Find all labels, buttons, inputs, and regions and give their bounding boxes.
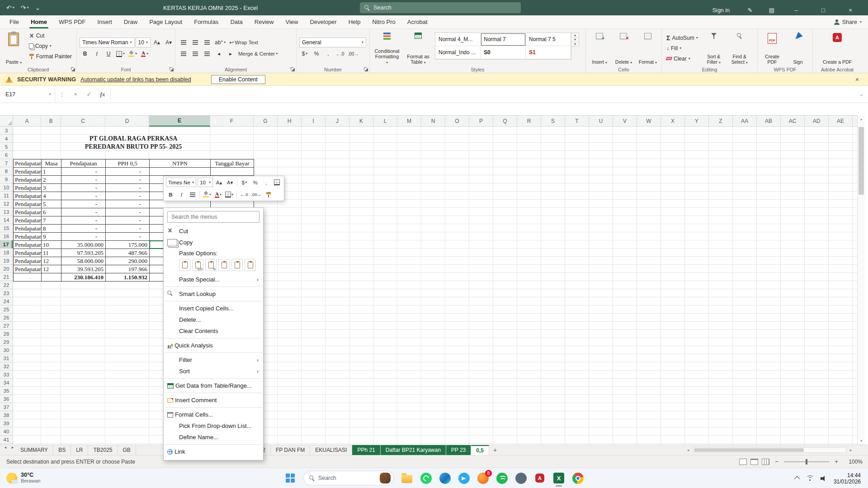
zoom-in-button[interactable]: + <box>833 458 840 465</box>
row-header-35[interactable]: 35 <box>0 387 13 395</box>
menu-item-clear-contents[interactable]: Clear Contents <box>164 325 263 337</box>
row-header-14[interactable]: 14 <box>0 216 13 224</box>
zoom-level[interactable]: 100% <box>844 459 863 465</box>
cell-b9[interactable]: 2 <box>42 176 61 184</box>
col-header-ab[interactable]: AB <box>757 116 781 127</box>
delete-cells-button[interactable]: Delete ▾ <box>613 31 634 66</box>
ribbon-tab-formulas[interactable]: Formulas <box>188 15 224 28</box>
format-as-table-button[interactable]: Format as Table ▾ <box>404 31 433 66</box>
menu-item-get-data-from-table-range[interactable]: Get Data from Table/Range... <box>164 380 263 391</box>
menu-paste-formatting-icon[interactable] <box>231 259 243 271</box>
row-header-19[interactable]: 19 <box>0 257 13 265</box>
name-box[interactable]: E17 <box>0 86 45 103</box>
row-header-18[interactable]: 18 <box>0 249 13 257</box>
customize-quick-access-button[interactable]: ⌄ <box>35 4 41 11</box>
menu-item-paste-special[interactable]: Paste Special...› <box>164 274 263 285</box>
mini-decrease-font-button[interactable]: A▾ <box>225 178 235 187</box>
tray-chevron-icon[interactable] <box>794 476 800 482</box>
styles-gallery-down-button[interactable]: ▾ <box>571 37 579 42</box>
cell-d9[interactable]: - <box>106 176 150 184</box>
row-header-26[interactable]: 26 <box>0 314 13 322</box>
security-bar-close-icon[interactable]: × <box>852 76 863 83</box>
col-header-l[interactable]: L <box>373 116 397 127</box>
ribbon-tab-home[interactable]: Home <box>25 15 53 28</box>
row-header-7[interactable]: 7 <box>0 159 13 167</box>
top-align-button[interactable] <box>178 38 189 47</box>
row-header-21[interactable]: 21 <box>0 273 13 281</box>
cell-a16[interactable]: Pendapatan <box>14 233 42 241</box>
col-header-aa[interactable]: AA <box>733 116 757 127</box>
cell-c11[interactable]: - <box>61 192 106 200</box>
menu-paste-link-icon[interactable] <box>245 259 256 271</box>
format-painter-button[interactable]: Format Painter <box>27 52 74 61</box>
row-header-27[interactable]: 27 <box>0 322 13 330</box>
col-header-q[interactable]: Q <box>493 116 517 127</box>
row-header-39[interactable]: 39 <box>0 419 13 427</box>
share-button[interactable]: Share ▾ <box>834 15 862 29</box>
cell-style-normal-7[interactable]: Normal 7 <box>481 33 526 46</box>
cell-c12[interactable]: - <box>61 200 106 208</box>
insert-function-icon[interactable]: fx <box>96 86 109 103</box>
underline-button[interactable]: U <box>103 49 114 59</box>
orientation-button[interactable]: ab°▾ <box>213 38 227 47</box>
horizontal-scrollbar[interactable]: ◂ ▸ <box>684 446 854 454</box>
cell-f8[interactable] <box>211 168 254 176</box>
cell-b8[interactable]: 1 <box>42 168 61 176</box>
cell-c19[interactable]: 58.000.000 <box>61 257 106 265</box>
cell-b19[interactable]: 12 <box>42 257 61 265</box>
bottom-align-button[interactable] <box>202 38 212 47</box>
mini-percent-button[interactable]: % <box>250 178 260 187</box>
mini-accounting-format-button[interactable]: $▾ <box>240 178 249 187</box>
scroll-down-icon[interactable]: ▾ <box>858 437 865 445</box>
menu-item-insert-copied-cells[interactable]: Insert Copied Cells... <box>164 303 263 314</box>
taskbar-blue-app-icon[interactable] <box>458 472 470 484</box>
ribbon-tab-file[interactable]: File <box>4 15 25 28</box>
cell-style-s1[interactable]: S1 <box>526 46 571 59</box>
row-header-16[interactable]: 16 <box>0 232 13 240</box>
col-header-c[interactable]: C <box>61 116 105 127</box>
borders-button[interactable]: ▾ <box>115 49 126 59</box>
cut-button[interactable]: Cut <box>27 31 74 41</box>
conditional-formatting-button[interactable]: Conditional Formatting ▾ <box>373 31 401 66</box>
sheet-tab-ekualisasi[interactable]: EKUALISASI <box>310 445 352 455</box>
wifi-icon[interactable] <box>806 475 814 481</box>
align-right-button[interactable] <box>202 49 212 59</box>
menu-item-quick-analysis[interactable]: Quick Analysis <box>164 340 263 351</box>
create-pdf-button[interactable]: PDFCreate PDF <box>760 31 784 66</box>
cell-b11[interactable]: 4 <box>42 192 61 200</box>
menu-item-insert-comment[interactable]: Insert Comment <box>164 394 263 406</box>
name-box-dropdown-icon[interactable]: ▾ <box>45 86 55 103</box>
col-header-m[interactable]: M <box>397 116 421 127</box>
row-header-33[interactable]: 33 <box>0 371 13 379</box>
page-break-view-button[interactable] <box>762 459 769 465</box>
clear-button[interactable]: Clear▾ <box>665 54 700 64</box>
mini-bold-button[interactable]: B <box>166 190 175 199</box>
cell-a14[interactable]: Pendapatan <box>14 216 42 225</box>
cell-c20[interactable]: 39.593.205 <box>61 265 106 273</box>
menu-item-link[interactable]: Link <box>164 446 263 457</box>
cell-c7[interactable]: Pendapatan <box>61 160 106 168</box>
mini-center-align-button[interactable] <box>188 190 197 199</box>
formula-more-icon[interactable]: ⋮ <box>55 86 69 103</box>
row-header-11[interactable]: 11 <box>0 192 13 200</box>
cell-a21[interactable] <box>14 273 42 282</box>
context-menu-search-input[interactable] <box>167 211 259 223</box>
cell-c16[interactable]: - <box>61 233 106 241</box>
scroll-up-icon[interactable]: ▴ <box>858 115 865 123</box>
taskbar-orange-app-icon[interactable]: 8 <box>477 472 489 484</box>
row-header-17[interactable]: 17 <box>0 240 13 249</box>
cell-d14[interactable]: - <box>106 216 150 225</box>
cell-d11[interactable]: - <box>106 192 150 200</box>
col-header-p[interactable]: P <box>469 116 493 127</box>
row-header-41[interactable]: 41 <box>0 436 13 444</box>
cell-e8[interactable] <box>150 168 211 176</box>
cell-a11[interactable]: Pendapatan <box>14 192 42 200</box>
menu-paste-transpose-icon[interactable] <box>218 259 230 271</box>
align-left-button[interactable] <box>178 49 189 59</box>
mini-font-size-select[interactable]: 10▾ <box>198 178 213 187</box>
cell-d17[interactable]: 175.000 <box>106 241 150 249</box>
ribbon-tab-review[interactable]: Review <box>249 15 280 28</box>
cell-style-s0[interactable]: S0 <box>481 46 526 59</box>
font-size-select[interactable]: 10▾ <box>136 38 151 47</box>
styles-gallery-more-button[interactable]: ▾ <box>571 42 579 46</box>
